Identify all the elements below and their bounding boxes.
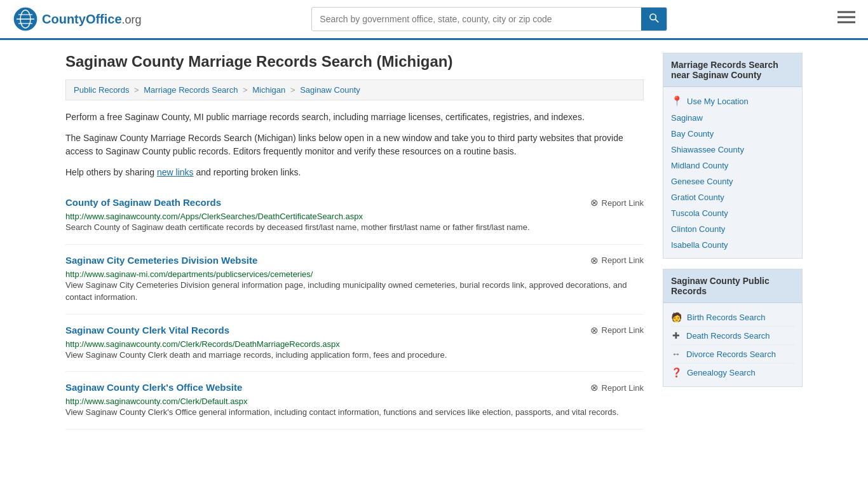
result-title-link[interactable]: Saginaw County Clerk's Office Website: [65, 382, 242, 393]
nearby-link-clinton[interactable]: Clinton County: [671, 221, 794, 237]
result-url[interactable]: http://www.saginawcounty.com/Clerk/Recor…: [65, 339, 340, 349]
result-title-link[interactable]: Saginaw City Cemeteries Division Website: [65, 255, 257, 266]
nearby-link-saginaw[interactable]: Saginaw: [671, 110, 794, 126]
breadcrumb-public-records[interactable]: Public Records: [74, 85, 129, 95]
divorce-records-item[interactable]: ↔ Divorce Records Search: [671, 345, 794, 363]
search-input[interactable]: [312, 9, 641, 29]
nearby-link-shiawassee[interactable]: Shiawassee County: [671, 142, 794, 158]
genealogy-icon: ❓: [671, 367, 682, 377]
cross-icon: ✚: [671, 330, 681, 341]
report-link-button[interactable]: ⊗ Report Link: [590, 382, 644, 393]
main-container: Saginaw County Marriage Records Search (…: [53, 40, 815, 442]
nearby-link-gratiot[interactable]: Gratiot County: [671, 189, 794, 205]
use-my-location-link[interactable]: Use My Location: [687, 97, 749, 106]
death-records-item[interactable]: ✚ Death Records Search: [671, 327, 794, 345]
logo-icon: [13, 6, 38, 32]
result-description: View Saginaw City Cemeteries Division ge…: [65, 279, 644, 304]
result-url[interactable]: http://www.saginaw-mi.com/departments/pu…: [65, 269, 313, 279]
divorce-records-link[interactable]: Divorce Records Search: [686, 349, 776, 359]
birth-records-item[interactable]: 🧑 Birth Records Search: [671, 308, 794, 327]
results-list: County of Saginaw Death Records ⊗ Report…: [65, 187, 644, 430]
result-description: View Saginaw County Clerk's Office gener…: [65, 406, 644, 419]
result-item: County of Saginaw Death Records ⊗ Report…: [65, 187, 644, 245]
public-records-section-title: Saginaw County Public Records: [663, 269, 802, 303]
content-area: Saginaw County Marriage Records Search (…: [65, 53, 644, 430]
result-header: Saginaw County Clerk's Office Website ⊗ …: [65, 382, 644, 393]
breadcrumb-marriage-records[interactable]: Marriage Records Search: [144, 85, 238, 95]
report-label: Report Link: [602, 255, 644, 265]
result-item: Saginaw County Clerk's Office Website ⊗ …: [65, 372, 644, 430]
new-links-link[interactable]: new links: [157, 167, 194, 177]
nearby-section-title: Marriage Records Search near Saginaw Cou…: [663, 53, 802, 87]
breadcrumb-saginaw-county[interactable]: Saginaw County: [300, 85, 360, 95]
breadcrumb-sep1: >: [134, 85, 141, 95]
description-2: The Saginaw County Marriage Records Sear…: [65, 132, 644, 158]
result-title-link[interactable]: Saginaw County Clerk Vital Records: [65, 325, 229, 336]
result-header: Saginaw City Cemeteries Division Website…: [65, 255, 644, 266]
breadcrumb-sep3: >: [290, 85, 297, 95]
breadcrumb-sep2: >: [243, 85, 250, 95]
search-icon: [649, 13, 659, 23]
result-description: View Saginaw County Clerk death and marr…: [65, 349, 644, 362]
page-title: Saginaw County Marriage Records Search (…: [65, 53, 644, 71]
result-header: Saginaw County Clerk Vital Records ⊗ Rep…: [65, 325, 644, 336]
report-link-button[interactable]: ⊗ Report Link: [590, 197, 644, 208]
header: CountyOffice.org: [0, 0, 868, 40]
report-label: Report Link: [602, 383, 644, 393]
report-icon: ⊗: [590, 197, 599, 208]
search-area: [311, 7, 667, 31]
nearby-link-tuscola[interactable]: Tuscola County: [671, 205, 794, 221]
svg-line-7: [656, 19, 658, 22]
report-link-button[interactable]: ⊗ Report Link: [590, 325, 644, 336]
nearby-link-isabella[interactable]: Isabella County: [671, 237, 794, 253]
public-records-section-body: 🧑 Birth Records Search ✚ Death Records S…: [663, 303, 802, 386]
breadcrumb: Public Records > Marriage Records Search…: [65, 79, 644, 100]
use-my-location-item[interactable]: 📍 Use My Location: [671, 92, 794, 110]
report-label: Report Link: [602, 198, 644, 208]
description-3: Help others by sharing new links and rep…: [65, 166, 644, 179]
death-records-link[interactable]: Death Records Search: [686, 331, 770, 341]
result-header: County of Saginaw Death Records ⊗ Report…: [65, 197, 644, 208]
genealogy-records-link[interactable]: Genealogy Search: [687, 368, 756, 377]
result-description: Search County of Saginaw death certifica…: [65, 221, 644, 234]
nearby-section: Marriage Records Search near Saginaw Cou…: [663, 53, 803, 259]
genealogy-records-item[interactable]: ❓ Genealogy Search: [671, 363, 794, 381]
breadcrumb-michigan[interactable]: Michigan: [252, 85, 285, 95]
search-button[interactable]: [641, 8, 667, 30]
hamburger-menu-icon[interactable]: [837, 10, 855, 28]
public-records-section: Saginaw County Public Records 🧑 Birth Re…: [663, 269, 803, 387]
nearby-section-body: 📍 Use My Location Saginaw Bay County Shi…: [663, 87, 802, 258]
person-icon: 🧑: [671, 312, 682, 322]
logo-area: CountyOffice.org: [13, 6, 142, 32]
nearby-link-midland[interactable]: Midland County: [671, 158, 794, 173]
nearby-link-bay-county[interactable]: Bay County: [671, 126, 794, 142]
birth-records-link[interactable]: Birth Records Search: [687, 313, 766, 322]
nearby-link-genesee[interactable]: Genesee County: [671, 173, 794, 189]
report-icon: ⊗: [590, 325, 599, 336]
logo-text: CountyOffice.org: [42, 12, 142, 27]
result-item: Saginaw County Clerk Vital Records ⊗ Rep…: [65, 315, 644, 372]
sidebar: Marriage Records Search near Saginaw Cou…: [663, 53, 803, 430]
report-link-button[interactable]: ⊗ Report Link: [590, 255, 644, 266]
arrows-icon: ↔: [671, 349, 681, 359]
report-label: Report Link: [602, 325, 644, 335]
result-url[interactable]: http://www.saginawcounty.com/Clerk/Defau…: [65, 396, 248, 406]
result-item: Saginaw City Cemeteries Division Website…: [65, 245, 644, 315]
result-title-link[interactable]: County of Saginaw Death Records: [65, 197, 221, 208]
location-pin-icon: 📍: [671, 95, 683, 107]
report-icon: ⊗: [590, 255, 599, 266]
description-1: Perform a free Saginaw County, MI public…: [65, 111, 644, 124]
report-icon: ⊗: [590, 382, 599, 393]
result-url[interactable]: http://www.saginawcounty.com/Apps/ClerkS…: [65, 212, 363, 221]
